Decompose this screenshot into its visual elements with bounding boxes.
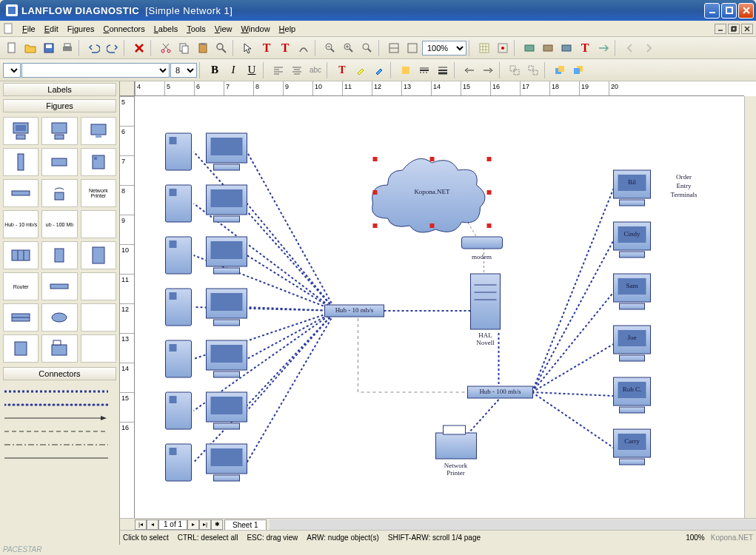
line-style-button[interactable]	[415, 61, 433, 79]
labels-panel-header[interactable]: Labels	[3, 83, 116, 96]
fig-phone[interactable]	[81, 148, 116, 176]
style-button-3[interactable]	[558, 39, 575, 57]
text-tool-red[interactable]: T	[258, 39, 275, 57]
align-left-button[interactable]	[270, 61, 287, 79]
paste-button[interactable]	[194, 39, 212, 57]
new-button[interactable]	[3, 39, 21, 57]
fig-drive[interactable]	[3, 303, 39, 332]
printer-node[interactable]: Network Printer	[436, 426, 477, 477]
open-button[interactable]	[21, 39, 39, 57]
menu-view[interactable]: View	[210, 23, 237, 35]
hub10-node[interactable]: Hub - 10 mb/s	[325, 305, 384, 317]
prev-page-button[interactable]: ◂	[147, 519, 158, 530]
fig-netprinter[interactable]: Network Printer	[81, 179, 116, 207]
menu-tools[interactable]: Tools	[182, 23, 210, 35]
grid-button[interactable]	[475, 39, 493, 57]
fig-modem[interactable]	[3, 179, 39, 207]
abc-button[interactable]: abc	[307, 61, 324, 79]
connector-tool[interactable]	[295, 39, 312, 57]
print-button[interactable]	[58, 39, 76, 57]
menu-window[interactable]: Window	[236, 23, 274, 35]
fig-server-small[interactable]	[41, 241, 77, 269]
fig-cd[interactable]	[41, 303, 77, 332]
text-style-button[interactable]: T	[576, 39, 594, 57]
prev-shape-button[interactable]	[621, 39, 639, 57]
fill-color-button[interactable]	[397, 61, 415, 79]
fig-empty2[interactable]	[81, 272, 116, 300]
next-shape-button[interactable]	[640, 39, 658, 57]
fig-computer-2[interactable]	[41, 117, 77, 145]
copy-button[interactable]	[175, 39, 193, 57]
text-tool-red2[interactable]: T	[276, 39, 294, 57]
bring-front-button[interactable]	[551, 61, 569, 79]
underline-button[interactable]: U	[243, 61, 261, 79]
conn-dashed[interactable]	[4, 425, 115, 438]
mdi-restore-button[interactable]	[728, 24, 740, 34]
add-page-button[interactable]: ✱	[211, 519, 223, 530]
font-size-combo[interactable]: 8	[170, 63, 197, 78]
fig-empty1[interactable]	[81, 210, 116, 238]
style-button-1[interactable]	[521, 39, 538, 57]
cloud-node[interactable]: Kopona.NET	[372, 157, 492, 232]
conn-arrow[interactable]	[4, 411, 115, 425]
menu-labels[interactable]: Labels	[150, 23, 182, 35]
fig-switch[interactable]	[41, 272, 77, 300]
cut-button[interactable]	[157, 39, 175, 57]
connectors-panel-header[interactable]: Connectors	[3, 367, 116, 380]
fig-router[interactable]: Router	[3, 272, 39, 300]
left-workstations[interactable]	[166, 133, 247, 481]
minimize-button[interactable]	[704, 3, 720, 18]
ungroup-button[interactable]	[524, 61, 542, 79]
arrow-end-button[interactable]	[479, 61, 497, 79]
menu-figures[interactable]: Figures	[63, 23, 99, 35]
brush-button[interactable]	[370, 61, 388, 79]
menu-file[interactable]: File	[18, 23, 40, 35]
fig-phone2[interactable]	[3, 334, 39, 363]
figures-panel-header[interactable]: Figures	[3, 99, 116, 112]
conn-solid[interactable]	[4, 451, 115, 465]
menu-connectors[interactable]: Connectors	[98, 23, 149, 35]
fig-server-big[interactable]	[81, 241, 116, 269]
fig-hub10[interactable]: Hub - 10 mb/s	[3, 210, 39, 238]
vertical-scrollbar[interactable]	[744, 96, 756, 518]
modem-node[interactable]: modem	[462, 237, 503, 260]
style-button-2[interactable]	[539, 39, 557, 57]
zoom-page-button[interactable]	[385, 39, 403, 57]
mdi-close-button[interactable]	[741, 24, 753, 34]
snap-button[interactable]	[494, 39, 512, 57]
fig-empty3[interactable]	[81, 303, 116, 332]
font-combo[interactable]	[21, 63, 170, 78]
hub100-node[interactable]: Hub - 100 mb/s	[468, 386, 533, 398]
zoom-used-button[interactable]	[404, 39, 421, 57]
redo-button[interactable]	[104, 39, 121, 57]
fig-hub100[interactable]: ub - 100 Mb	[41, 210, 77, 238]
horizontal-scrollbar[interactable]	[270, 519, 756, 530]
arrow-start-button[interactable]	[461, 61, 478, 79]
fig-computer-1[interactable]	[3, 117, 39, 145]
terminals-group[interactable]: BilCindySamJoeRob C.Carry	[614, 170, 651, 465]
fig-monitor[interactable]	[81, 117, 116, 145]
close-button[interactable]	[738, 3, 754, 18]
diagram-canvas[interactable]: Kopona.NET modem	[135, 96, 744, 518]
last-page-button[interactable]: ▸|	[199, 519, 211, 530]
zoom-in-button[interactable]	[340, 39, 358, 57]
conn-dash-dot[interactable]	[4, 438, 115, 451]
server-node[interactable]: HAL Novell	[471, 274, 501, 346]
fig-empty4[interactable]	[81, 334, 116, 363]
send-back-button[interactable]	[569, 61, 587, 79]
menu-help[interactable]: Help	[275, 23, 301, 35]
fig-wifi[interactable]	[41, 179, 77, 207]
menu-edit[interactable]: Edit	[40, 23, 63, 35]
flow-button[interactable]	[595, 39, 612, 57]
find-button[interactable]	[213, 39, 230, 57]
highlight-button[interactable]	[352, 61, 369, 79]
align-center-button[interactable]	[288, 61, 306, 79]
zoom-tool[interactable]	[358, 39, 376, 57]
conn-dotted-thick[interactable]	[4, 385, 115, 398]
delete-button[interactable]	[130, 39, 148, 57]
fig-rack[interactable]	[3, 241, 39, 269]
mdi-minimize-button[interactable]	[715, 24, 726, 34]
next-page-button[interactable]: ▸	[187, 519, 199, 530]
group-button[interactable]	[506, 61, 523, 79]
maximize-button[interactable]	[721, 3, 737, 18]
